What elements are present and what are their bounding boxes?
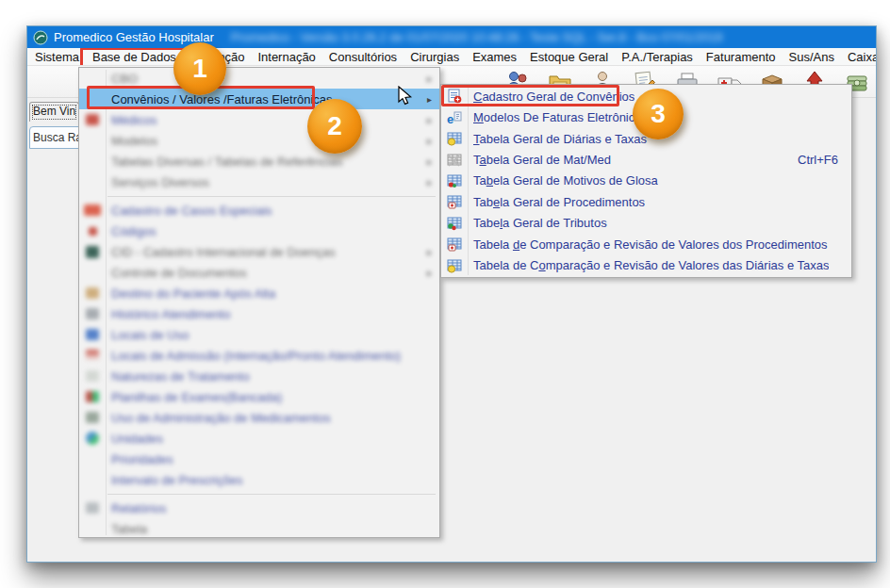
menu-item-servicos-diversos[interactable]: Serviços Diversos▸ — [79, 172, 439, 192]
menubar-item-cirurgias[interactable]: Cirurgias — [404, 49, 466, 65]
planilhas-icon — [86, 391, 99, 402]
menu-item-codigos[interactable]: Códigos — [79, 220, 439, 241]
menubar-item-sistema[interactable]: Sistema — [28, 49, 86, 65]
menu-item-historico-atendimento[interactable]: Histórico Atendimento — [79, 303, 439, 324]
submenu-item-tabela-mat-med[interactable]: Tabela Geral de Mat/Med Ctrl+F6 — [441, 149, 851, 170]
destino-icon — [86, 287, 99, 299]
menu-item-controle-documentos[interactable]: Controle de Documentos▸ — [79, 262, 439, 283]
casos-especiais-icon — [84, 204, 101, 216]
app-window: Promedico Gestão Hospitalar Promedico - … — [26, 25, 877, 563]
cid-icon — [86, 246, 99, 258]
menubar-item-caixa[interactable]: Caixa — [841, 49, 876, 65]
title-bar: Promedico Gestão Hospitalar Promedico - … — [27, 26, 876, 48]
table-comparacao-proc-icon — [441, 237, 468, 252]
menu-separator — [79, 192, 439, 200]
menu-item-cbo[interactable]: CBO▸ — [79, 68, 439, 89]
app-logo-icon — [33, 30, 48, 45]
table-matmed-icon — [441, 153, 468, 168]
menubar-item-consultorios[interactable]: Consultórios — [322, 49, 404, 65]
menu-item-cid[interactable]: CID - Cadastro Internacional de Doenças▸ — [79, 241, 439, 262]
window-title: Promedico Gestão Hospitalar — [54, 30, 214, 44]
menu-separator — [79, 490, 439, 498]
menu-item-planilhas-exames[interactable]: Planilhas de Exames(Bancada) — [79, 386, 439, 407]
unidades-icon — [86, 432, 99, 445]
menubar-item-pa-terapias[interactable]: P.A./Terapias — [615, 49, 700, 65]
menu-item-locais-de-uso[interactable]: Locais de Uso — [79, 324, 439, 345]
form-add-icon — [441, 89, 468, 104]
locais-uso-icon — [86, 329, 99, 340]
menu-item-casos-especiais[interactable]: Cadastro de Casos Especiais — [79, 200, 439, 220]
naturezas-icon — [86, 370, 99, 382]
submenu-item-comparacao-valores-procedimentos[interactable]: Tabela de Comparação e Revisão de Valore… — [441, 234, 851, 254]
menu-item-relatorios[interactable]: Relatórios — [79, 498, 439, 518]
relatorios-icon — [86, 502, 99, 514]
menu-item-uso-administracao-medicamentos[interactable]: Uso de Administração de Medicamentos — [79, 407, 439, 428]
codigos-icon — [89, 227, 97, 236]
menu-bar: Sistema Base de Dados Recepção Internaçã… — [27, 48, 876, 66]
menubar-item-estoque-geral[interactable]: Estoque Geral — [523, 49, 615, 65]
step-badge-1: 1 — [173, 42, 226, 95]
menu-item-convenios-valores[interactable]: Convênios / Valores /Faturas Eletrônicas… — [79, 89, 439, 109]
table-comparacao-diarias-icon — [441, 258, 468, 273]
quick-search-box[interactable]: Busca Rá — [29, 126, 79, 149]
base-de-dados-menu: CBO▸ Convênios / Valores /Faturas Eletrô… — [78, 67, 440, 538]
menu-item-tabelas-diversas[interactable]: Tabelas Diversas / Tabelas de Referência… — [79, 151, 439, 172]
einvoice-icon: e — [441, 110, 468, 125]
uso-medicamentos-icon — [86, 412, 99, 423]
medicos-icon — [86, 114, 99, 125]
mouse-cursor — [396, 86, 415, 106]
step-badge-3: 3 — [633, 89, 684, 139]
quick-search-label: Busca Rá — [33, 131, 79, 144]
menu-item-unidades[interactable]: Unidades — [79, 428, 439, 449]
menu-item-tabela[interactable]: Tabela — [79, 518, 439, 539]
table-tributos-icon — [441, 216, 468, 231]
menu-item-locais-admissao[interactable]: Locais de Admissão (Internação/Pronto At… — [79, 345, 439, 366]
svg-text:e: e — [447, 112, 453, 125]
step-badge-2: 2 — [307, 99, 362, 154]
submenu-item-tabela-tributos[interactable]: Tabela Geral de Tributos — [441, 213, 851, 234]
menu-item-prioridades[interactable]: Prioridades — [79, 449, 439, 469]
window-title-extra: Promedico - Versão 3.0.26.2 de 01/07/202… — [231, 30, 723, 44]
table-diarias-icon — [441, 131, 468, 146]
menubar-item-sus-ans[interactable]: Sus/Ans — [783, 49, 841, 65]
menu-item-medicos[interactable]: Médicos▸ — [79, 109, 439, 130]
table-glosa-icon — [441, 173, 468, 188]
locais-admissao-icon — [86, 350, 99, 361]
menubar-item-exames[interactable]: Exames — [466, 49, 523, 65]
shortcut-label: Ctrl+F6 — [798, 153, 848, 167]
menu-item-intervalo-prescricoes[interactable]: Intervalo de Prescrições — [79, 469, 439, 490]
menubar-item-base-de-dados[interactable]: Base de Dados — [86, 49, 183, 65]
menubar-item-faturamento[interactable]: Faturamento — [700, 49, 783, 65]
historico-icon — [86, 308, 99, 319]
tab-welcome-label: Bem Vin — [33, 105, 75, 118]
submenu-item-comparacao-valores-diarias-taxas[interactable]: Tabela de Comparação e Revisão de Valore… — [441, 255, 851, 276]
table-procedimentos-icon — [441, 194, 468, 209]
submenu-item-tabela-procedimentos[interactable]: Tabela Geral de Procedimentos — [441, 191, 851, 212]
menu-item-destino-paciente[interactable]: Destino do Paciente Após Alta — [79, 283, 439, 303]
submenu-item-tabela-motivos-glosa[interactable]: Tabela Geral de Motivos de Glosa — [441, 171, 851, 191]
menu-item-naturezas-tratamento[interactable]: Naturezas de Tratamento — [79, 366, 439, 386]
menu-item-modelos[interactable]: Modelos▸ — [79, 130, 439, 151]
tab-welcome[interactable]: Bem Vin — [29, 102, 79, 122]
menubar-item-internacao[interactable]: Internação — [251, 49, 321, 65]
